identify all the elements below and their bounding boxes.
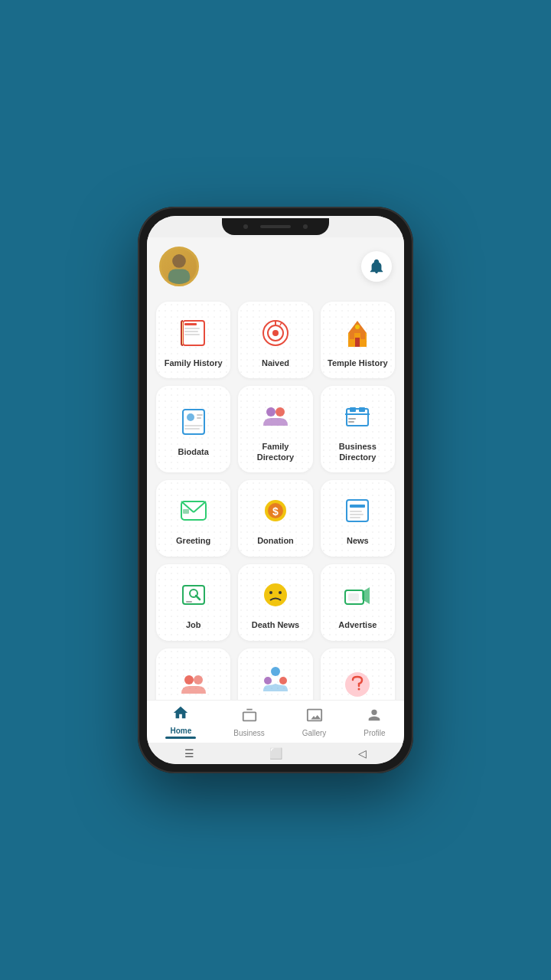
- bell-button[interactable]: [361, 251, 392, 282]
- svg-point-51: [279, 591, 282, 594]
- donation-icon: $: [257, 492, 294, 529]
- family-history-icon: [175, 315, 212, 351]
- business-directory-icon: [339, 398, 376, 435]
- contact-us-icon: [339, 666, 376, 700]
- advertise-icon: [339, 577, 376, 613]
- header-left: [159, 247, 208, 286]
- svg-rect-30: [359, 407, 365, 412]
- job-label: Job: [186, 619, 201, 630]
- svg-point-58: [279, 677, 287, 684]
- grid-item-management-team[interactable]: Management Team: [238, 648, 312, 700]
- nav-gallery-icon: [306, 707, 323, 727]
- nav-item-gallery[interactable]: Gallery: [290, 704, 339, 740]
- status-bar: [147, 216, 404, 237]
- svg-point-50: [269, 591, 272, 594]
- family-directory-label: Family Directory: [244, 441, 306, 463]
- nav-home-icon: [172, 704, 189, 725]
- home-bar: ☰ ⬜ ◁: [147, 743, 404, 764]
- svg-rect-22: [197, 417, 201, 419]
- svg-point-56: [271, 667, 280, 676]
- phone-frame: Family HistoryNaivedTemple HistoryBiodat…: [138, 207, 413, 773]
- management-team-icon: [257, 661, 294, 697]
- svg-point-60: [358, 688, 360, 690]
- death-news-label: Death News: [252, 619, 299, 630]
- grid-item-job[interactable]: Job: [156, 564, 230, 641]
- nav-business-icon: [241, 707, 258, 727]
- svg-rect-6: [184, 331, 198, 332]
- naived-icon: [257, 315, 294, 351]
- svg-rect-2: [168, 270, 190, 284]
- grid-item-biodata[interactable]: Biodata: [156, 386, 230, 472]
- grid-item-family-history[interactable]: Family History: [156, 302, 230, 378]
- svg-point-54: [184, 675, 194, 684]
- svg-point-10: [272, 330, 279, 336]
- avatar[interactable]: [159, 247, 199, 286]
- nav-item-home[interactable]: Home: [153, 701, 208, 742]
- svg-rect-32: [348, 421, 354, 423]
- svg-text:$: $: [272, 505, 279, 518]
- news-label: News: [347, 535, 369, 546]
- svg-point-1: [172, 254, 186, 268]
- svg-point-25: [266, 407, 276, 416]
- svg-rect-4: [184, 323, 197, 325]
- family-directory-icon: [257, 398, 294, 435]
- advertise-label: Advertise: [338, 619, 377, 630]
- nav-item-business[interactable]: Business: [221, 704, 277, 740]
- phone-screen: Family HistoryNaivedTemple HistoryBiodat…: [147, 216, 404, 764]
- business-directory-label: Business Directory: [327, 441, 389, 463]
- header: [147, 237, 404, 296]
- svg-rect-53: [348, 593, 359, 601]
- svg-rect-44: [350, 517, 360, 518]
- back-indicator[interactable]: ◁: [358, 747, 367, 760]
- news-icon: [339, 492, 376, 529]
- job-icon: [175, 577, 212, 613]
- svg-point-49: [264, 583, 287, 606]
- svg-rect-18: [360, 333, 365, 339]
- svg-rect-23: [184, 425, 203, 426]
- temple-history-label: Temple History: [328, 358, 388, 368]
- menu-grid: Family HistoryNaivedTemple HistoryBiodat…: [147, 296, 404, 700]
- grid-item-doner[interactable]: Doner: [156, 648, 230, 700]
- grid-item-contact-us[interactable]: Contact Us: [321, 648, 395, 700]
- svg-rect-17: [350, 333, 354, 339]
- grid-item-greeting[interactable]: Greeting: [156, 480, 230, 557]
- temple-history-icon: [339, 315, 376, 351]
- grid-item-business-directory[interactable]: Business Directory: [321, 386, 395, 472]
- greeting-icon: [175, 492, 212, 529]
- doner-icon: [175, 666, 212, 700]
- app-content: Family HistoryNaivedTemple HistoryBiodat…: [147, 237, 404, 700]
- death-news-icon: [257, 577, 294, 613]
- grid-item-news[interactable]: News: [321, 480, 395, 557]
- svg-rect-28: [345, 413, 370, 415]
- svg-point-55: [194, 675, 203, 684]
- menu-indicator[interactable]: ☰: [184, 747, 194, 760]
- nav-gallery-label: Gallery: [302, 729, 327, 737]
- grid-item-advertise[interactable]: Advertise: [321, 564, 395, 641]
- svg-point-16: [355, 325, 360, 329]
- svg-rect-43: [350, 514, 364, 515]
- svg-rect-5: [184, 328, 200, 329]
- svg-rect-7: [184, 334, 200, 335]
- nav-profile-label: Profile: [364, 729, 385, 737]
- nav-business-label: Business: [233, 729, 265, 737]
- grid-item-temple-history[interactable]: Temple History: [321, 302, 395, 378]
- nav-profile-icon: [366, 707, 383, 727]
- svg-rect-42: [350, 511, 362, 512]
- svg-rect-15: [355, 338, 360, 347]
- bottom-navigation: HomeBusinessGalleryProfile: [147, 700, 404, 743]
- biodata-label: Biodata: [178, 446, 208, 457]
- greeting-label: Greeting: [176, 535, 210, 546]
- svg-rect-41: [350, 505, 365, 508]
- svg-rect-19: [183, 410, 204, 434]
- grid-item-naived[interactable]: Naived: [238, 302, 312, 378]
- svg-rect-24: [184, 428, 200, 430]
- grid-item-death-news[interactable]: Death News: [238, 564, 312, 641]
- svg-rect-29: [350, 407, 356, 412]
- grid-item-family-directory[interactable]: Family Directory: [238, 386, 312, 472]
- svg-rect-21: [197, 414, 203, 416]
- home-indicator[interactable]: ⬜: [269, 747, 282, 760]
- svg-point-20: [187, 413, 194, 421]
- grid-item-donation[interactable]: $Donation: [238, 480, 312, 557]
- svg-rect-48: [186, 601, 192, 603]
- nav-item-profile[interactable]: Profile: [351, 704, 397, 740]
